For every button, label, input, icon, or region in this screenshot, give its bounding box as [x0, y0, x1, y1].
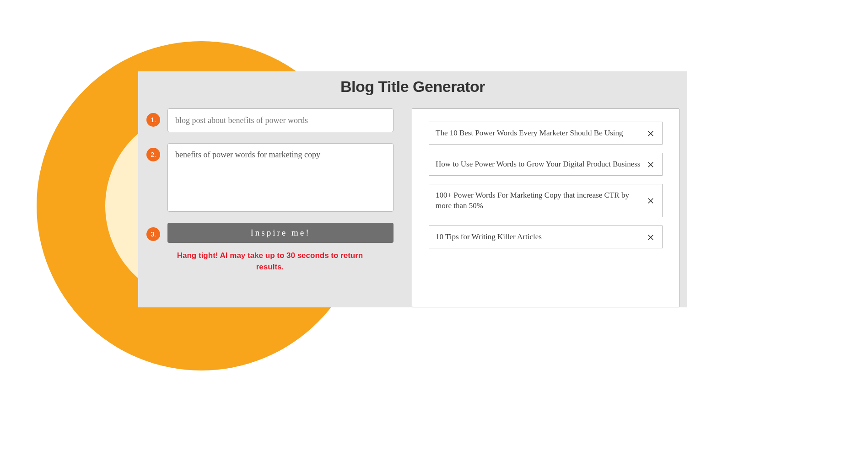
result-item: 100+ Power Words For Marketing Copy that…	[429, 184, 663, 218]
step-badge-1: 1.	[146, 113, 160, 127]
step-badge-2: 2.	[146, 148, 160, 161]
results-panel: The 10 Best Power Words Every Marketer S…	[412, 108, 679, 307]
step-badge-3: 3.	[146, 227, 160, 241]
columns: 1. 2. 3. Inspire me! Hang tight! AI may …	[138, 108, 687, 307]
result-item: 10 Tips for Writing Killer Articles	[429, 225, 663, 248]
inspire-button[interactable]: Inspire me!	[167, 223, 394, 243]
topic-input[interactable]	[167, 108, 394, 132]
step-row-1: 1.	[146, 108, 394, 132]
close-icon[interactable]	[646, 195, 656, 205]
page-title: Blog Title Generator	[138, 71, 687, 108]
result-text: 10 Tips for Writing Killer Articles	[436, 231, 640, 242]
result-item: How to Use Power Words to Grow Your Digi…	[429, 153, 663, 176]
result-text: How to Use Power Words to Grow Your Digi…	[436, 159, 640, 170]
status-message: Hang tight! AI may take up to 30 seconds…	[146, 250, 394, 273]
result-text: The 10 Best Power Words Every Marketer S…	[436, 128, 640, 139]
close-icon[interactable]	[646, 128, 656, 138]
step-row-2: 2.	[146, 143, 394, 212]
details-textarea[interactable]	[167, 143, 394, 212]
result-text: 100+ Power Words For Marketing Copy that…	[436, 190, 640, 212]
app-panel: Blog Title Generator 1. 2. 3. Inspire me…	[138, 71, 687, 307]
left-column: 1. 2. 3. Inspire me! Hang tight! AI may …	[146, 108, 394, 307]
result-item: The 10 Best Power Words Every Marketer S…	[429, 122, 663, 145]
close-icon[interactable]	[646, 159, 656, 169]
close-icon[interactable]	[646, 232, 656, 242]
step-row-3: 3. Inspire me!	[146, 223, 394, 243]
